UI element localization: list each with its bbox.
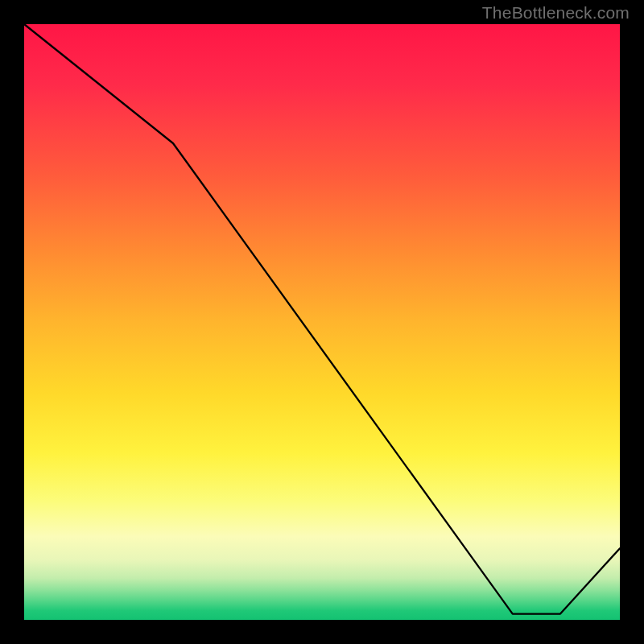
watermark-text: TheBottleneck.com [482,3,630,23]
chart-svg [24,24,620,620]
bottleneck-curve [24,24,620,614]
chart-frame: TheBottleneck.com [0,0,644,644]
plot-area [24,24,620,620]
